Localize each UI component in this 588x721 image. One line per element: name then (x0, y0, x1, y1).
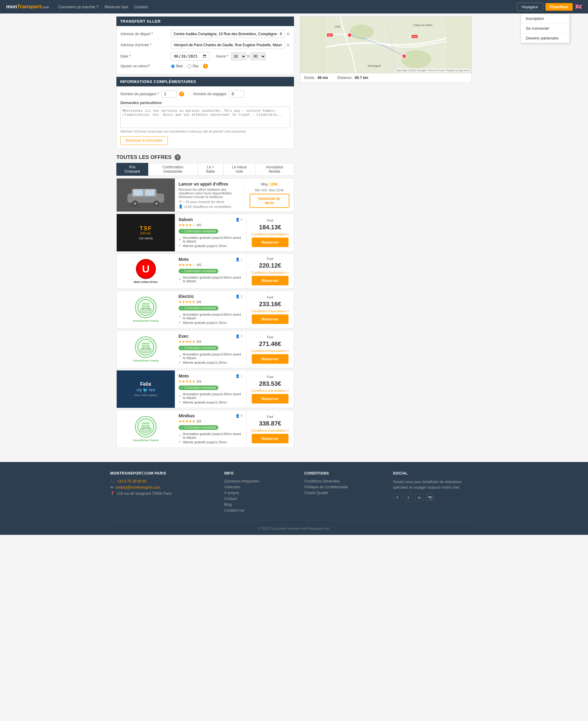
offers-tabs: Prix Croissant Confirmation instantanée … (117, 163, 294, 176)
footer-link-faq[interactable]: Questions fréquentes (224, 479, 292, 483)
reserver-button[interactable]: Réserver (252, 354, 289, 364)
offer-checks: ✓ Annulation gratuite jusqu'à 60mn avant… (178, 236, 243, 248)
map-container: Creil Crépy-en-Valois Mauregard A B NEW … (300, 17, 471, 73)
confirmation-badge: ✓ Confirmation immédiate (178, 306, 218, 311)
offers-title: TOUTES LES OFFRES (117, 154, 171, 161)
dropdown-devenir-partenaire[interactable]: Devenir partenaire (521, 33, 569, 43)
footer-link-vehicules[interactable]: Véhicules (224, 485, 292, 489)
conditions-link[interactable]: Conditions d'annulation > (251, 232, 289, 236)
offers-section: TOUTES LES OFFRES 7 Prix Croissant Confi… (117, 154, 294, 448)
reserver-button[interactable]: Réserver (252, 238, 289, 247)
offer-card: TSF DRIVE TSF DRIVE Saloon 👤 4 ★★★★☆ 4/5… (117, 214, 294, 252)
conditions-link[interactable]: Conditions d'annulation > (251, 389, 289, 393)
footer-email: ✉ contact@montransport.com (110, 485, 212, 490)
passagers-label: Nombre de passagers * (120, 92, 159, 96)
linkedin-icon[interactable]: in (415, 493, 423, 502)
form-section-title: TRANSFERT ALLER (117, 17, 294, 26)
depart-label: Adresse de départ * (120, 32, 171, 36)
footer-copyright: © 2023 Tous droits réservés monTransport… (110, 520, 478, 530)
date-label: Date * (120, 54, 171, 59)
tab-confirmation-instantanee[interactable]: Confirmation instantanée (148, 163, 198, 176)
nav-reserver[interactable]: Réserver taxi (104, 5, 128, 9)
arrivee-clear-button[interactable]: ✕ (286, 42, 290, 48)
arrivee-label: Adresse d'arrivée * (120, 43, 171, 47)
twitter-icon[interactable]: t (404, 493, 413, 502)
chauffeur-button[interactable]: Chauffeur (545, 3, 573, 11)
footer-col3-title: CONDITIONS (304, 471, 381, 475)
offer-checks: ✓ Annulation gratuite jusqu'à 60mn avant… (178, 313, 243, 324)
offer-category: Moto (178, 374, 189, 378)
offer-passengers: 👤 8 (235, 414, 243, 418)
reserver-button[interactable]: Réserver (252, 276, 289, 285)
demandes-textarea[interactable] (120, 107, 290, 128)
devis-button[interactable]: Demande de devis (250, 194, 289, 208)
map-svg: Creil Crépy-en-Valois Mauregard A B NEW … (300, 17, 471, 73)
passagers-question-icon[interactable]: ? (179, 91, 184, 97)
conditions-link[interactable]: Conditions d'annulation > (251, 271, 289, 274)
svg-text:A: A (348, 34, 350, 36)
passagers-input[interactable] (161, 90, 177, 98)
offer-passengers: 👤 1 (235, 257, 243, 261)
tab-le-plus-fiable[interactable]: Le + fiable (198, 163, 224, 176)
phone-link[interactable]: +33 9 75 18 69 60 (117, 479, 146, 483)
price-label: Fixé (267, 295, 273, 299)
footer-link-cgu[interactable]: Conditions Générales (304, 479, 381, 483)
dropdown-inscription[interactable]: Inscription (521, 14, 569, 23)
tab-mieux-note[interactable]: Le mieux noté (224, 163, 255, 176)
distance-value: 65.7 km (355, 76, 368, 80)
email-link[interactable]: contact@montransport.com (115, 485, 161, 490)
depart-clear-button[interactable]: ✕ (286, 31, 290, 37)
retour-oui-radio[interactable]: Oui (187, 64, 198, 68)
price-label: Fixé (267, 415, 273, 419)
offer-card: GREEN DRIVER GreenDriver France Minibus … (117, 410, 294, 448)
reserver-button[interactable]: Réserver (252, 314, 289, 324)
offer-passengers: 👤 4 (235, 218, 243, 222)
tab-annulation-flexible[interactable]: Annulation flexible (255, 163, 294, 176)
depart-input[interactable] (171, 30, 285, 38)
conditions-link[interactable]: Conditions d'annulation > (251, 349, 289, 353)
logo[interactable]: monTransport.com (6, 4, 49, 10)
footer-link-location[interactable]: Location car (224, 508, 292, 512)
reserver-button[interactable]: Réserver (252, 394, 289, 404)
tab-prix-croissant[interactable]: Prix Croissant (117, 163, 148, 176)
conditions-link[interactable]: Conditions d'annulation > (251, 309, 289, 313)
svg-point-3 (133, 202, 136, 205)
instagram-icon[interactable]: 📷 (426, 493, 435, 502)
svg-rect-6 (133, 190, 143, 196)
footer-link-confidentialite[interactable]: Politique de Confidentialité (304, 485, 381, 489)
nav-comment[interactable]: Comment ça marche ? (58, 5, 99, 9)
social-icons: f t in 📷 (393, 493, 478, 502)
svg-text:NEW: NEW (328, 34, 333, 36)
minimize-button[interactable]: Minimiser le formulaire (120, 136, 168, 145)
transfer-form: TRANSFERT ALLER Adresse de départ * ✕ Ad… (117, 17, 294, 149)
offers-count-badge: 7 (174, 154, 181, 161)
price-label: Fixé (267, 218, 273, 222)
nav-contact[interactable]: Contact (134, 5, 148, 9)
offer-check: ✓ Annulation gratuite jusqu'à 45mn avant… (178, 392, 243, 400)
facebook-icon[interactable]: f (393, 493, 401, 502)
footer-link-contact[interactable]: Contact (224, 496, 292, 501)
voyageur-button[interactable]: Voyageur (517, 3, 543, 11)
svg-text:DRIVER: DRIVER (142, 425, 149, 427)
arrivee-input[interactable] (171, 41, 285, 49)
footer-address: 📍 118 rue de Vaugirard 75006 Paris (110, 491, 212, 496)
question-icon[interactable]: ? (203, 64, 208, 69)
footer-link-charte[interactable]: Charte Qualité (304, 491, 381, 495)
heure-m-select[interactable]: 00 (251, 52, 266, 60)
footer-col4-title: SOCIAL (393, 471, 478, 475)
heure-h-select[interactable]: 18 (231, 52, 246, 60)
price-value: 338.87€ (259, 420, 281, 427)
svg-text:B: B (403, 56, 404, 58)
svg-point-5 (155, 202, 158, 205)
footer-link-blog[interactable]: Blog (224, 503, 292, 507)
footer-link-apropos[interactable]: À propos (224, 491, 292, 495)
appel-info2: 👤 1118 chauffeurs en compétition (178, 205, 241, 209)
reserver-button[interactable]: Réserver (252, 434, 289, 443)
offer-checks: ✓ Annulation gratuite jusqu'à 60mn avant… (178, 432, 243, 444)
conditions-link[interactable]: Conditions d'annulation > (251, 429, 289, 432)
dropdown-se-connecter[interactable]: Se connecter (521, 23, 569, 33)
date-input[interactable] (171, 52, 210, 61)
bagages-input[interactable] (229, 90, 245, 98)
retour-non-radio[interactable]: Non (171, 64, 183, 68)
price-value: 184.13€ (259, 224, 281, 231)
